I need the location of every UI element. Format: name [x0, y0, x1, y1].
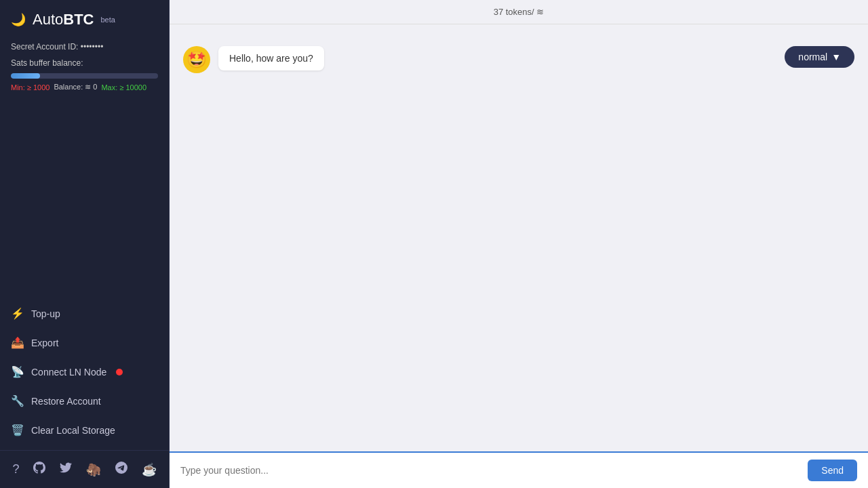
restore-icon: 🔧 — [11, 394, 24, 407]
account-id-dots: •••••••• — [81, 42, 104, 52]
sats-progress-bar — [11, 73, 158, 79]
sidebar: 🌙 AutoBTC beta Secret Account ID: ••••••… — [0, 0, 170, 488]
tokens-count: 37 tokens/ ≋ — [494, 7, 545, 17]
clear-storage-label: Clear Local Storage — [31, 425, 115, 436]
telegram-icon[interactable] — [113, 459, 130, 480]
min-label: Min: ≥ 1000 — [11, 83, 50, 92]
app-name-auto: Auto — [33, 11, 63, 28]
chat-header: 37 tokens/ ≋ — [170, 0, 868, 24]
twitter-icon[interactable] — [57, 459, 75, 480]
sidebar-footer: ? 🦣 ☕ — [0, 450, 169, 488]
github-icon[interactable] — [31, 459, 48, 480]
sidebar-item-restore[interactable]: 🔧 Restore Account — [0, 386, 169, 415]
topup-icon: ⚡ — [11, 307, 24, 320]
restore-label: Restore Account — [31, 396, 101, 407]
app-logo: AutoBTC — [33, 11, 94, 28]
topup-label: Top-up — [31, 308, 60, 319]
first-message-area: 🤩 Hello, how are you? normal ▼ — [183, 35, 854, 84]
sidebar-spacer — [0, 102, 169, 293]
greeting-message: Hello, how are you? — [218, 46, 324, 70]
app-name-btc: BTC — [63, 11, 94, 28]
send-button[interactable]: Send — [808, 460, 857, 481]
export-label: Export — [31, 338, 58, 348]
sidebar-header: 🌙 AutoBTC beta — [0, 0, 169, 37]
mode-dropdown[interactable]: normal ▼ — [785, 46, 854, 68]
sidebar-nav: ⚡ Top-up 📤 Export 📡 Connect LN Node 🔧 Re… — [0, 293, 169, 450]
sats-progress-fill — [11, 73, 40, 79]
sidebar-item-connect-ln[interactable]: 📡 Connect LN Node — [0, 357, 169, 386]
sats-buffer-label: Sats buffer balance: — [11, 58, 158, 68]
avatar-emoji: 🤩 — [186, 50, 207, 69]
chat-input[interactable] — [180, 465, 800, 476]
sidebar-item-export[interactable]: 📤 Export — [0, 328, 169, 357]
help-icon[interactable]: ? — [9, 460, 22, 479]
account-section: Secret Account ID: •••••••• Sats buffer … — [0, 37, 169, 102]
moon-icon: 🌙 — [11, 12, 26, 27]
sidebar-item-topup[interactable]: ⚡ Top-up — [0, 299, 169, 328]
connect-ln-icon: 📡 — [11, 365, 24, 378]
coffee-icon[interactable]: ☕ — [139, 460, 159, 480]
chat-input-area: Send — [170, 451, 868, 488]
beta-badge: beta — [100, 16, 115, 24]
connect-status-dot — [116, 369, 123, 375]
account-id-label: Secret Account ID: •••••••• — [11, 42, 158, 52]
max-label: Max: ≥ 10000 — [101, 83, 146, 92]
sidebar-item-clear-storage[interactable]: 🗑️ Clear Local Storage — [0, 415, 169, 445]
chat-area: 🤩 Hello, how are you? normal ▼ — [170, 24, 868, 451]
avatar: 🤩 — [183, 46, 210, 73]
connect-ln-label: Connect LN Node — [31, 367, 106, 378]
mode-label: normal — [798, 52, 827, 62]
balance-label: Balance: ≋ 0 — [54, 83, 97, 92]
clear-storage-icon: 🗑️ — [11, 424, 24, 436]
dropdown-arrow: ▼ — [831, 52, 841, 62]
export-icon: 📤 — [11, 336, 24, 349]
balance-row: Min: ≥ 1000 Balance: ≋ 0 Max: ≥ 10000 — [11, 83, 158, 92]
mastodon-icon[interactable]: 🦣 — [83, 460, 104, 480]
main-content: 37 tokens/ ≋ 🤩 Hello, how are you? norma… — [170, 0, 868, 488]
